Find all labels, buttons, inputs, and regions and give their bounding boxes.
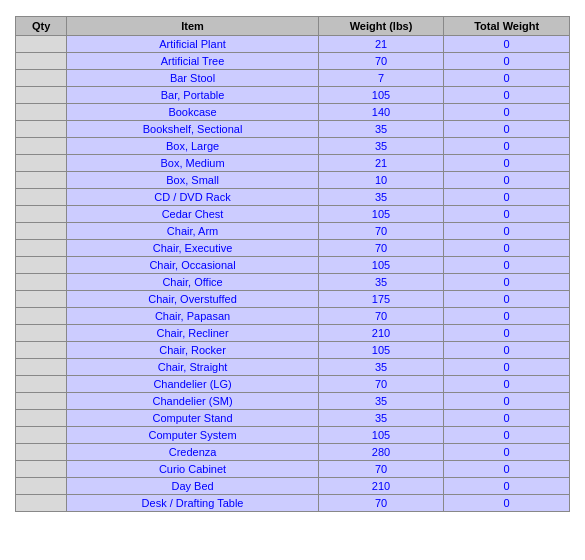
cell-item: Computer System xyxy=(67,427,318,444)
table-row: Bookcase1400 xyxy=(16,104,570,121)
cell-weight: 35 xyxy=(318,189,444,206)
cell-total: 0 xyxy=(444,240,570,257)
header-row: Qty Item Weight (lbs) Total Weight xyxy=(16,17,570,36)
cell-qty[interactable] xyxy=(16,257,67,274)
cell-qty[interactable] xyxy=(16,138,67,155)
cell-qty[interactable] xyxy=(16,325,67,342)
cell-weight: 21 xyxy=(318,36,444,53)
cell-total: 0 xyxy=(444,155,570,172)
cell-qty[interactable] xyxy=(16,155,67,172)
cell-qty[interactable] xyxy=(16,70,67,87)
cell-total: 0 xyxy=(444,138,570,155)
cell-item: Credenza xyxy=(67,444,318,461)
cell-item: Day Bed xyxy=(67,478,318,495)
cell-item: Cedar Chest xyxy=(67,206,318,223)
cell-weight: 35 xyxy=(318,393,444,410)
table-row: Artificial Tree700 xyxy=(16,53,570,70)
cell-item: Chair, Executive xyxy=(67,240,318,257)
cell-weight: 70 xyxy=(318,376,444,393)
cell-qty[interactable] xyxy=(16,291,67,308)
cell-weight: 35 xyxy=(318,121,444,138)
cell-item: CD / DVD Rack xyxy=(67,189,318,206)
table-row: Chair, Overstuffed1750 xyxy=(16,291,570,308)
cell-qty[interactable] xyxy=(16,478,67,495)
table-row: Computer Stand350 xyxy=(16,410,570,427)
cell-qty[interactable] xyxy=(16,87,67,104)
cell-qty[interactable] xyxy=(16,104,67,121)
cell-item: Artificial Plant xyxy=(67,36,318,53)
cell-qty[interactable] xyxy=(16,274,67,291)
table-row: Curio Cabinet700 xyxy=(16,461,570,478)
col-qty: Qty xyxy=(16,17,67,36)
cell-total: 0 xyxy=(444,342,570,359)
cell-total: 0 xyxy=(444,189,570,206)
col-weight: Weight (lbs) xyxy=(318,17,444,36)
cell-qty[interactable] xyxy=(16,393,67,410)
cell-item: Chair, Arm xyxy=(67,223,318,240)
cell-qty[interactable] xyxy=(16,342,67,359)
cell-weight: 7 xyxy=(318,70,444,87)
cell-total: 0 xyxy=(444,410,570,427)
table-row: CD / DVD Rack350 xyxy=(16,189,570,206)
cell-item: Artificial Tree xyxy=(67,53,318,70)
table-row: Day Bed2100 xyxy=(16,478,570,495)
cell-weight: 70 xyxy=(318,223,444,240)
cell-qty[interactable] xyxy=(16,427,67,444)
cell-weight: 35 xyxy=(318,274,444,291)
cell-item: Chair, Recliner xyxy=(67,325,318,342)
table-row: Desk / Drafting Table700 xyxy=(16,495,570,512)
table-row: Chair, Arm700 xyxy=(16,223,570,240)
table-row: Bar Stool70 xyxy=(16,70,570,87)
cell-qty[interactable] xyxy=(16,223,67,240)
cell-weight: 210 xyxy=(318,478,444,495)
cell-total: 0 xyxy=(444,444,570,461)
cell-qty[interactable] xyxy=(16,240,67,257)
table-row: Chair, Office350 xyxy=(16,274,570,291)
cell-qty[interactable] xyxy=(16,53,67,70)
cell-weight: 35 xyxy=(318,410,444,427)
cell-weight: 210 xyxy=(318,325,444,342)
cell-weight: 105 xyxy=(318,87,444,104)
cell-item: Box, Small xyxy=(67,172,318,189)
cell-qty[interactable] xyxy=(16,376,67,393)
cell-weight: 21 xyxy=(318,155,444,172)
cell-weight: 105 xyxy=(318,427,444,444)
table-row: Cedar Chest1050 xyxy=(16,206,570,223)
cell-qty[interactable] xyxy=(16,172,67,189)
cell-qty[interactable] xyxy=(16,444,67,461)
cell-qty[interactable] xyxy=(16,461,67,478)
cell-item: Chair, Straight xyxy=(67,359,318,376)
table-row: Chair, Occasional1050 xyxy=(16,257,570,274)
cell-weight: 70 xyxy=(318,240,444,257)
table-row: Box, Small100 xyxy=(16,172,570,189)
cell-weight: 35 xyxy=(318,138,444,155)
table-row: Box, Large350 xyxy=(16,138,570,155)
table-row: Chandelier (SM)350 xyxy=(16,393,570,410)
cell-qty[interactable] xyxy=(16,121,67,138)
cell-total: 0 xyxy=(444,172,570,189)
cell-total: 0 xyxy=(444,121,570,138)
cell-item: Chandelier (SM) xyxy=(67,393,318,410)
cell-item: Desk / Drafting Table xyxy=(67,495,318,512)
cell-total: 0 xyxy=(444,53,570,70)
cell-item: Bookcase xyxy=(67,104,318,121)
cell-total: 0 xyxy=(444,36,570,53)
cell-qty[interactable] xyxy=(16,189,67,206)
cell-qty[interactable] xyxy=(16,36,67,53)
col-item: Item xyxy=(67,17,318,36)
cell-total: 0 xyxy=(444,359,570,376)
cell-weight: 10 xyxy=(318,172,444,189)
inventory-table: Qty Item Weight (lbs) Total Weight Artif… xyxy=(15,16,570,512)
table-row: Chair, Rocker1050 xyxy=(16,342,570,359)
cell-weight: 105 xyxy=(318,342,444,359)
table-row: Chair, Straight350 xyxy=(16,359,570,376)
cell-total: 0 xyxy=(444,257,570,274)
table-row: Computer System1050 xyxy=(16,427,570,444)
cell-qty[interactable] xyxy=(16,495,67,512)
cell-weight: 175 xyxy=(318,291,444,308)
cell-qty[interactable] xyxy=(16,308,67,325)
cell-qty[interactable] xyxy=(16,410,67,427)
cell-qty[interactable] xyxy=(16,206,67,223)
cell-item: Chandelier (LG) xyxy=(67,376,318,393)
cell-qty[interactable] xyxy=(16,359,67,376)
